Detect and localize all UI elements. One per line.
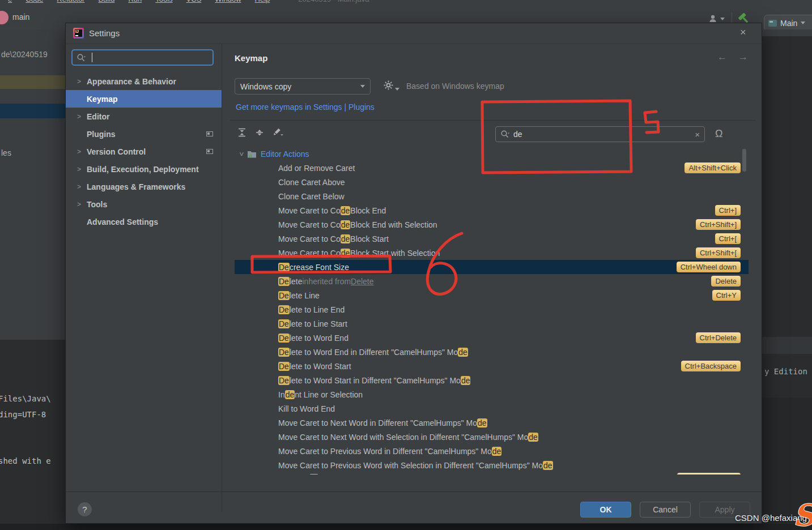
tree-search-input[interactable]: de ×	[495, 126, 705, 142]
menu-tools[interactable]: Tools	[155, 0, 172, 3]
sidebar-item-label: Build, Execution, Deployment	[87, 165, 199, 174]
settings-search-input[interactable]	[71, 49, 214, 66]
menu-e[interactable]: e	[8, 0, 12, 3]
keymap-gear-button[interactable]	[383, 80, 399, 91]
get-more-keymaps-link[interactable]: Get more keymaps in Settings | Plugins	[236, 102, 375, 112]
find-by-shortcut-icon[interactable]: Ω	[715, 128, 722, 140]
tree-row-delete-to-word-end-in-different-camelhumps-mode[interactable]: Delete to Word End in Different "CamelHu…	[235, 345, 749, 359]
editor-background: y Edition	[762, 29, 812, 530]
tree-row-delete-line[interactable]: Delete LineCtrl+Y	[235, 288, 749, 302]
menu-run[interactable]: Run	[128, 0, 142, 3]
tree-row-move-caret-to-code-block-start[interactable]: Move Caret to Code Block StartCtrl+[	[235, 232, 749, 246]
menu-refactor[interactable]: Refactor	[57, 0, 84, 3]
action-label-text: Move Caret to Co	[278, 249, 341, 258]
tree-row-move-caret-to-code-block-start-with-selection[interactable]: Move Caret to Code Block Start with Sele…	[235, 246, 749, 260]
match-highlight: de	[492, 447, 502, 456]
tree-row-move-caret-to-previous-word-in-different-camelhumps-mode[interactable]: Move Caret to Previous Word in Different…	[235, 444, 749, 458]
sidebar-item-label: Advanced Settings	[87, 217, 158, 226]
shortcut-badge: Ctrl+Shift+[	[696, 247, 741, 258]
action-label-text: lete to Word End in Different "CamelHump…	[290, 348, 458, 357]
tree-row-move-caret-to-previous-word-with-selection-in-different-camelhumps-mode[interactable]: Move Caret to Previous Word with Selecti…	[235, 458, 749, 472]
tree-row-move-caret-to-code-block-end-with-selection[interactable]: Move Caret to Code Block End with Select…	[235, 217, 749, 232]
chevron-right-icon: >	[77, 200, 87, 208]
sidebar-item-label: Keymap	[87, 95, 117, 104]
separator	[66, 491, 762, 492]
sidebar-item-plugins[interactable]: Plugins	[66, 125, 222, 143]
menu-build[interactable]: Build	[98, 0, 114, 3]
svg-text:S: S	[793, 501, 812, 530]
action-label-text: Block End with Selection	[350, 220, 437, 229]
git-branch-label[interactable]: main	[12, 12, 29, 22]
dialog-titlebar: IJ Settings ×	[66, 23, 762, 44]
shortcut-badge: Ctrl+Wheel down	[677, 262, 741, 272]
sidebar-item-keymap[interactable]: Keymap	[66, 90, 222, 108]
tree-row-kill-to-word-end[interactable]: Kill to Word End	[235, 401, 749, 416]
tree-row-delete-to-line-start[interactable]: Delete to Line Start	[235, 317, 749, 331]
editor-band	[762, 29, 812, 36]
action-label-text: lete Line	[290, 291, 320, 300]
help-button[interactable]: ?	[78, 502, 92, 516]
tree-row-move-caret-to-next-word-in-different-camelhumps-mode[interactable]: Move Caret to Next Word in Different "Ca…	[235, 416, 749, 430]
run-configuration-widget[interactable]: Main	[764, 15, 812, 31]
window-title-text: 20240519 - Main.java	[298, 0, 369, 3]
match-highlight: de	[341, 206, 351, 215]
action-label-text: crease Font Size	[290, 263, 349, 272]
menu-code[interactable]: Code	[25, 0, 43, 3]
tree-row-decrease-font-size[interactable]: Decrease Font SizeCtrl+Wheel down	[235, 260, 749, 274]
project-path-text: de\20240519	[1, 50, 48, 59]
keymap-select[interactable]: Windows copy	[235, 78, 371, 95]
action-label-text: Kill to Word End	[278, 404, 335, 413]
tree-row-indent-line-or-selection[interactable]: Indent Line or Selection	[235, 387, 749, 401]
chevron-expanded-icon: >	[237, 152, 245, 156]
menu-help[interactable]: Help	[255, 0, 270, 3]
back-arrow-icon[interactable]: ←	[717, 52, 727, 63]
ok-button[interactable]: OK	[580, 502, 631, 518]
scrollbar-thumb[interactable]	[742, 149, 746, 172]
sidebar-item-label: Version Control	[87, 147, 146, 156]
match-highlight: De	[278, 291, 290, 300]
sidebar-item-advanced-settings[interactable]: Advanced Settings	[66, 213, 222, 230]
console-panel-background: Files\Java\ding=UTF-8shed with e	[0, 340, 65, 530]
inherited-from-text: inherited from	[302, 277, 351, 286]
sidebar-item-languages-frameworks[interactable]: >Languages & Frameworks	[66, 178, 222, 195]
inherited-from-link[interactable]: Delete	[351, 277, 373, 286]
edit-shortcut-icon[interactable]	[273, 127, 284, 137]
sidebar-item-build-execution-deployment[interactable]: >Build, Execution, Deployment	[66, 160, 222, 178]
console-line: Files\Java\	[0, 394, 51, 403]
close-icon[interactable]: ×	[740, 27, 746, 39]
collapse-all-icon[interactable]	[255, 128, 264, 137]
match-highlight: de	[543, 461, 553, 470]
tree-row-delete-to-word-start[interactable]: Delete to Word StartCtrl+Backspace	[235, 359, 749, 373]
tree-row-move-caret-to-next-word-with-selection-in-different-camelhumps-mode[interactable]: Move Caret to Next Word with Selection i…	[235, 430, 749, 444]
tree-group-editor-actions[interactable]: >Editor Actions	[235, 147, 749, 161]
tree-row-clone-caret-below[interactable]: Clone Caret Below	[235, 189, 749, 203]
sidebar-item-editor[interactable]: >Editor	[66, 108, 222, 125]
tree-row-delete-to-word-start-in-different-camelhumps-mode[interactable]: Delete to Word Start in Different "Camel…	[235, 373, 749, 387]
branch-icon[interactable]	[0, 11, 8, 24]
clear-search-icon[interactable]: ×	[695, 130, 700, 139]
match-highlight: de	[341, 220, 351, 229]
match-highlight: de	[285, 390, 295, 399]
tree-row-clone-caret-above[interactable]: Clone Caret Above	[235, 175, 749, 189]
sidebar-item-version-control[interactable]: >Version Control	[66, 143, 222, 160]
tree-row-delete-to-line-end[interactable]: Delete to Line End	[235, 302, 749, 317]
tree-search-value: de	[513, 130, 691, 139]
cancel-button[interactable]: Cancel	[640, 502, 691, 518]
tree-group-label: Editor Actions	[261, 149, 309, 159]
tree-row-delete-to-word-end[interactable]: Delete to Word EndCtrl+Delete	[235, 331, 749, 345]
forward-arrow-icon[interactable]: →	[738, 52, 748, 63]
tool-window-icon	[206, 149, 213, 154]
sidebar-item-appearance-behavior[interactable]: >Appearance & Behavior	[66, 72, 222, 90]
match-highlight: De	[278, 348, 290, 357]
action-label-text: Block End	[350, 206, 386, 215]
sidebar-item-tools[interactable]: >Tools	[66, 195, 222, 213]
shortcut-badge: Ctrl+Backspace	[681, 361, 741, 371]
menu-window[interactable]: Window	[215, 0, 241, 3]
tree-row-partial[interactable]	[235, 472, 749, 475]
tree-row-move-caret-to-code-block-end[interactable]: Move Caret to Code Block EndCtrl+]	[235, 203, 749, 217]
tree-row-delete[interactable]: Delete inherited from DeleteDelete	[235, 274, 749, 288]
expand-all-icon[interactable]	[237, 128, 246, 137]
based-on-label: Based on Windows keymap	[406, 82, 504, 91]
tree-row-add-or-remove-caret[interactable]: Add or Remove CaretAlt+Shift+Click	[235, 161, 749, 175]
menu-vcs[interactable]: VCS	[186, 0, 202, 3]
